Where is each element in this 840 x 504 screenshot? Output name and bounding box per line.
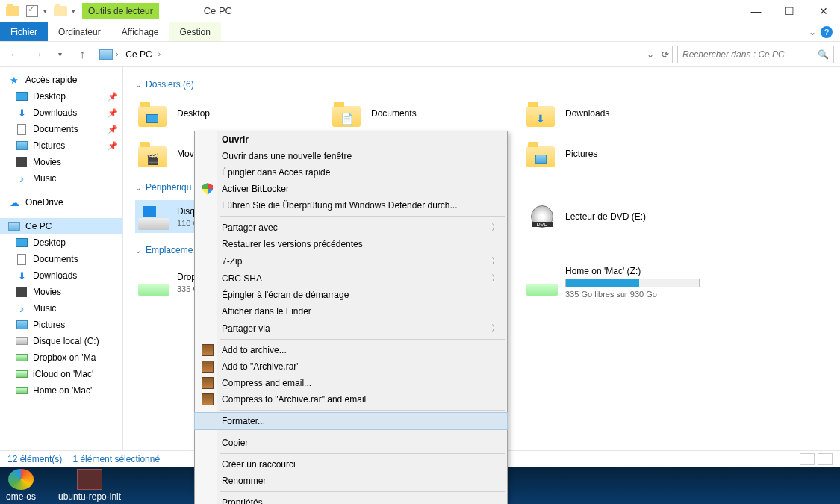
search-box[interactable]: 🔍 <box>677 46 834 63</box>
pc-icon <box>99 49 113 60</box>
folder-documents[interactable]: 📄Documents <box>329 97 508 130</box>
folder-icon[interactable] <box>4 3 21 19</box>
qat-customize-icon[interactable]: ▾ <box>72 7 78 15</box>
help-icon[interactable]: ? <box>821 26 833 38</box>
ribbon-collapse-icon[interactable]: ⌄ <box>809 27 816 37</box>
properties-icon[interactable] <box>24 3 40 19</box>
close-button[interactable]: ✕ <box>806 0 840 22</box>
folder-pictures[interactable]: Pictures <box>523 137 703 170</box>
breadcrumb: Ce PC › <box>121 48 161 61</box>
search-input[interactable] <box>682 49 818 60</box>
sidebar-item-movies[interactable]: Movies <box>0 154 122 170</box>
sidebar-item-documents2[interactable]: Documents <box>0 251 122 267</box>
menu-item-ouvrir[interactable]: Ouvrir <box>195 131 507 148</box>
sidebar-item-onedrive[interactable]: ☁OneDrive <box>0 194 122 211</box>
tab-fichier[interactable]: Fichier <box>0 22 48 41</box>
status-count: 12 élément(s) <box>7 454 62 464</box>
sidebar-item-music2[interactable]: ♪Music <box>0 300 122 317</box>
menu-label: CRC SHA <box>222 273 262 284</box>
menu-label: Activer BitLocker <box>222 184 289 194</box>
chevron-right-icon[interactable]: › <box>116 50 118 58</box>
folder-desktop[interactable]: Desktop <box>135 97 314 130</box>
view-details-button[interactable] <box>800 453 815 465</box>
sidebar-item-music[interactable]: ♪Music <box>0 170 122 187</box>
section-label: Dossiers (6) <box>146 79 194 90</box>
sidebar-item-label: Downloads <box>33 270 77 281</box>
menu-item-finder[interactable]: Afficher dans le Finder <box>195 303 507 320</box>
menu-item-copier[interactable]: Copier <box>195 435 507 451</box>
sidebar-item-desktop2[interactable]: Desktop <box>0 234 122 251</box>
new-folder-icon[interactable] <box>52 3 69 19</box>
sidebar-item-cepc[interactable]: Ce PC <box>0 218 122 234</box>
view-tiles-button[interactable] <box>818 453 833 465</box>
tab-gestion[interactable]: Gestion <box>169 22 221 41</box>
menu-item-add-archive[interactable]: Add to archive... <box>195 342 507 358</box>
drive-home[interactable]: Home on 'Mac' (Z:) 335 Go libres sur 930… <box>523 263 703 302</box>
sidebar-item-documents[interactable]: Documents📌 <box>0 121 122 137</box>
menu-item-partager-avec[interactable]: Partager avec〉 <box>195 219 507 236</box>
sidebar-item-icloud[interactable]: iCloud on 'Mac' <box>0 366 122 382</box>
app-icon <box>77 469 102 490</box>
chevron-down-icon: ⌄ <box>135 246 141 255</box>
recent-dropdown-icon[interactable]: ▾ <box>51 46 69 63</box>
folder-downloads[interactable]: ⬇Downloads <box>523 97 703 130</box>
section-label: Périphériqu <box>146 182 191 193</box>
title-bar: ▾ ▾ Outils de lecteur Ce PC — ☐ ✕ <box>0 0 840 22</box>
search-icon[interactable]: 🔍 <box>818 49 829 60</box>
sidebar-item-home[interactable]: Home on 'Mac' <box>0 382 122 399</box>
breadcrumb-item[interactable]: Ce PC <box>121 48 156 61</box>
star-icon: ★ <box>7 74 21 86</box>
menu-item-raccourci[interactable]: Créer un raccourci <box>195 456 507 473</box>
sidebar-item-disque-local[interactable]: Disque local (C:) <box>0 333 122 349</box>
refresh-icon[interactable]: ⟳ <box>662 49 669 60</box>
qat-dropdown-icon[interactable]: ▾ <box>43 7 49 15</box>
up-button[interactable]: ↑ <box>73 46 91 63</box>
menu-item-partager-via[interactable]: Partager via〉 <box>195 320 507 337</box>
menu-item-proprietes[interactable]: Propriétés <box>195 494 507 504</box>
address-box[interactable]: › Ce PC › ⌄ ⟳ <box>96 46 673 63</box>
section-label: Emplaceme <box>146 245 193 255</box>
sidebar-item-movies2[interactable]: Movies <box>0 284 122 300</box>
menu-item-crcsha[interactable]: CRC SHA〉 <box>195 270 507 287</box>
menu-item-bitlocker[interactable]: Activer BitLocker <box>195 181 507 197</box>
menu-label: Afficher dans le Finder <box>222 306 311 317</box>
menu-item-restaurer[interactable]: Restaurer les versions précédentes <box>195 236 507 252</box>
maximize-button[interactable]: ☐ <box>773 0 806 22</box>
sidebar-item-pictures[interactable]: Pictures📌 <box>0 137 122 154</box>
download-icon: ⬇ <box>15 270 28 281</box>
menu-item-defender[interactable]: Führen Sie die Überprüfung mit Windows D… <box>195 197 507 214</box>
sidebar-item-downloads2[interactable]: ⬇Downloads <box>0 267 122 284</box>
folder-icon: 🎬 <box>138 140 169 167</box>
minimize-button[interactable]: — <box>739 0 773 22</box>
forward-button[interactable]: → <box>28 46 46 63</box>
chevron-right-icon[interactable]: › <box>158 50 161 58</box>
menu-item-compress-rar-email[interactable]: Compress to "Archive.rar" and email <box>195 391 507 408</box>
tab-ordinateur[interactable]: Ordinateur <box>48 22 111 41</box>
menu-item-renommer[interactable]: Renommer <box>195 473 507 489</box>
menu-separator <box>220 216 505 217</box>
menu-item-add-rar[interactable]: Add to "Archive.rar" <box>195 358 507 375</box>
address-bar: ← → ▾ ↑ › Ce PC › ⌄ ⟳ 🔍 <box>0 42 840 67</box>
sidebar-item-dropbox[interactable]: Dropbox on 'Ma <box>0 349 122 366</box>
sidebar-item-desktop[interactable]: Desktop📌 <box>0 88 122 105</box>
sidebar-item-pictures2[interactable]: Pictures <box>0 317 122 333</box>
sidebar-item-quick-access[interactable]: ★ Accès rapide <box>0 72 122 88</box>
menu-item-compress-email[interactable]: Compress and email... <box>195 375 507 391</box>
menu-item-epingler-demarrage[interactable]: Épingler à l'écran de démarrage <box>195 287 507 303</box>
pin-icon: 📌 <box>108 92 118 102</box>
sidebar-item-downloads[interactable]: ⬇Downloads📌 <box>0 105 122 121</box>
section-dossiers[interactable]: ⌄ Dossiers (6) <box>135 79 828 90</box>
taskbar-item-ubuntu[interactable]: ubuntu-repo-init <box>58 469 121 502</box>
drive-label: Lecteur de DVD (E:) <box>565 211 646 222</box>
menu-item-epingler-rapide[interactable]: Épingler dans Accès rapide <box>195 164 507 181</box>
music-icon: ♪ <box>15 302 28 314</box>
address-dropdown-icon[interactable]: ⌄ <box>647 49 654 60</box>
menu-item-7zip[interactable]: 7-Zip〉 <box>195 252 507 270</box>
menu-item-formater[interactable]: Formater... <box>194 412 508 430</box>
network-drive-icon <box>526 269 558 296</box>
tab-affichage[interactable]: Affichage <box>111 22 169 41</box>
back-button[interactable]: ← <box>6 46 24 63</box>
taskbar-item-chromeos[interactable]: ome-os <box>6 469 36 502</box>
menu-item-ouvrir-fenetre[interactable]: Ouvrir dans une nouvelle fenêtre <box>195 148 507 164</box>
drive-dvd[interactable]: Lecteur de DVD (E:) <box>523 200 703 233</box>
